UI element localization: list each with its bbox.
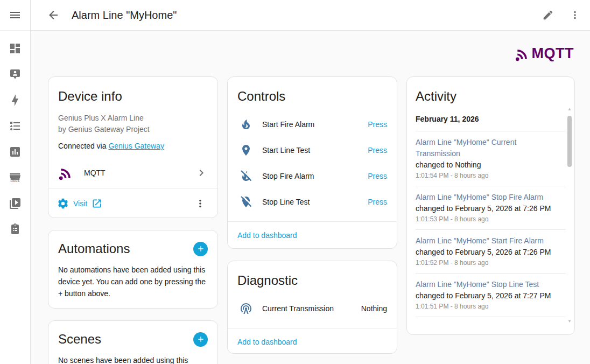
sidebar: HACS [0,0,31,364]
connected-via-prefix: Connected via [58,142,108,150]
automations-card: Automations No automations have been add… [48,230,218,309]
automations-empty-text: No automations have been added using thi… [58,264,208,299]
page-title: Alarm Line "MyHome" [72,9,177,22]
activity-entry: Alarm Line "MyHome" Stop Fire Alarm chan… [416,186,566,229]
mqtt-integration-icon [58,165,74,181]
sidebar-item-energy[interactable] [0,87,30,113]
sidebar-item-hacs[interactable]: HACS [0,165,30,191]
mqtt-signal-icon [515,46,531,62]
sidebar-item-history[interactable] [0,139,30,165]
hamburger-menu-button[interactable] [3,3,27,27]
fire-icon [240,118,252,131]
activity-change-text: changed to February 5, 2026 at 7:26 PM [416,203,561,214]
activity-list: February 11, 2026 Alarm Line "MyHome" Cu… [416,110,566,325]
diagnostic-card: Diagnostic Current Transmission Nothing … [227,261,397,354]
control-row: Start Line Test Press [228,137,397,163]
control-row: Start Fire Alarm Press [228,111,397,137]
scroll-up-icon[interactable]: ▲ [567,107,572,111]
device-manufacturer: by Genius Gateway Project [58,124,208,135]
control-label: Stop Fire Alarm [262,172,368,180]
mqtt-logo-text: MQTT [532,45,574,62]
diagnostic-label: Current Transmission [262,304,361,313]
activity-entity-link[interactable]: Alarm Line "MyHome" Current Transmission [416,137,561,159]
press-button[interactable]: Press [368,120,387,129]
radio-tower-icon [240,302,252,315]
person-bubble-icon [9,68,22,81]
press-button[interactable]: Press [368,198,387,206]
edit-device-button[interactable] [536,3,560,27]
sidebar-item-assist[interactable] [0,61,30,87]
sidebar-item-dashboard[interactable] [0,36,30,61]
header-overflow-menu-button[interactable] [563,3,587,27]
gateway-link[interactable]: Genius Gateway [108,142,164,150]
mqtt-integration-row[interactable]: MQTT [48,158,217,188]
press-button[interactable]: Press [368,146,387,155]
activity-timestamp: 1:01:54 PM - 8 hours ago [416,171,561,180]
device-info-title: Device info [58,89,208,104]
control-row: Stop Line Test Press [228,189,397,215]
arrow-left-icon [47,9,60,22]
activity-timestamp: 1:01:53 PM - 8 hours ago [416,214,561,224]
dots-vertical-icon [569,9,581,21]
activity-entry: Alarm Line "MyHome" Current Transmission… [416,131,566,186]
device-overflow-menu-button[interactable] [191,194,210,213]
fire-off-icon [240,170,252,183]
activity-change-text: changed to Nothing [416,159,561,171]
chart-box-icon [9,145,22,158]
add-to-dashboard-link[interactable]: Add to dashboard [237,338,297,346]
pencil-icon [542,9,554,21]
device-info-card: Device info Genius Plus X Alarm Line by … [48,76,218,218]
lightning-bolt-icon [9,94,22,107]
mqtt-brand-logo: MQTT [515,45,574,62]
activity-entity-link[interactable]: Alarm Line "MyHome" Start Fire Alarm [416,235,561,247]
play-box-multiple-icon [9,197,22,210]
automations-title: Automations [58,241,130,256]
chevron-right-icon [195,166,208,179]
dots-vertical-icon [194,198,206,209]
activity-entry: Alarm Line "MyHome" Start Fire Alarm cha… [416,229,566,273]
control-row: Stop Fire Alarm Press [228,163,397,189]
scroll-down-icon[interactable]: ▼ [567,319,572,324]
map-marker-icon [240,144,252,157]
activity-card: Activity February 11, 2026 Alarm Line "M… [406,76,575,335]
hacs-label: HACS [10,179,19,183]
add-scene-button[interactable] [193,332,208,347]
menu-icon [9,9,22,22]
list-bulleted-type-icon [9,120,22,132]
control-label: Start Fire Alarm [262,120,368,129]
device-model: Genius Plus X Alarm Line [58,113,208,124]
controls-card: Controls Start Fire Alarm Press Start Li… [227,76,397,249]
add-automation-button[interactable] [193,242,208,256]
sidebar-item-logbook[interactable] [0,113,30,139]
back-button[interactable] [43,4,64,26]
sidebar-item-media[interactable] [0,191,30,216]
open-in-new-icon [92,198,102,209]
integration-name: MQTT [84,169,195,177]
scenes-empty-text: No scenes have been added using this dev… [58,354,208,364]
activity-entity-link[interactable]: Alarm Line "MyHome" Stop Fire Alarm [416,192,561,203]
press-button[interactable]: Press [368,172,387,180]
connected-via: Connected via Genius Gateway [58,142,208,150]
controls-title: Controls [237,89,387,104]
activity-entity-link[interactable]: Alarm Line "MyHome" Start Line Test [416,323,561,325]
visit-device-button[interactable]: Visit [57,198,102,209]
main-content: MQTT Device info Genius Plus X Alarm Lin… [31,31,590,364]
add-to-dashboard-link[interactable]: Add to dashboard [237,231,297,240]
diagnostic-title: Diagnostic [237,273,387,288]
diagnostic-row: Current Transmission Nothing [228,296,397,321]
diagnostic-value: Nothing [361,304,387,313]
activity-entry: Alarm Line "MyHome" Stop Line Test chang… [416,273,566,317]
scrollbar-thumb[interactable] [567,116,572,167]
activity-entity-link[interactable]: Alarm Line "MyHome" Stop Line Test [416,279,561,290]
clipboard-list-icon [9,223,22,236]
control-label: Stop Line Test [262,198,368,206]
app-header: Alarm Line "MyHome" [31,0,590,31]
activity-title: Activity [416,89,566,104]
activity-change-text: changed to February 5, 2026 at 7:27 PM [416,290,561,302]
scenes-card: Scenes No scenes have been added using t… [48,320,218,364]
plus-icon [196,335,205,344]
activity-date-header: February 11, 2026 [416,110,566,131]
activity-scrollbar[interactable]: ▲ ▼ [566,107,573,324]
activity-timestamp: 1:01:52 PM - 8 hours ago [416,258,561,268]
sidebar-item-todo[interactable] [0,216,30,242]
